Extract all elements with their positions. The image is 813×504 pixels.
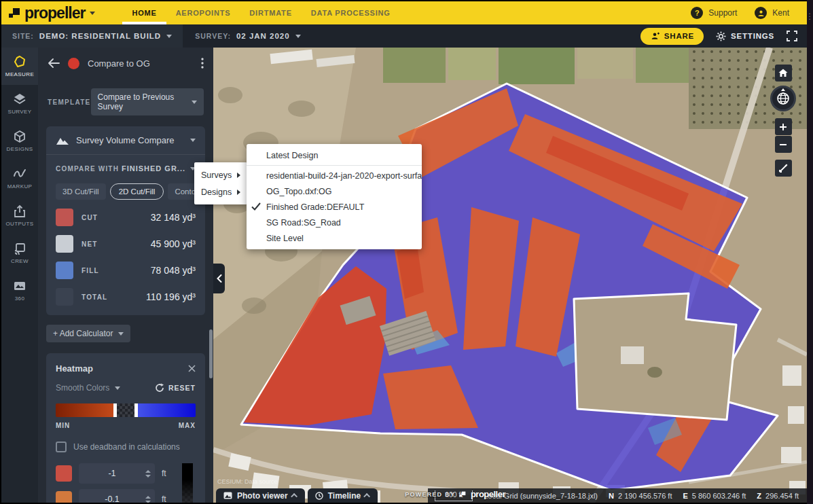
reset-button[interactable]: RESET: [155, 383, 196, 393]
threshold-input[interactable]: [79, 469, 145, 478]
sidebar-item-survey[interactable]: SURVEY: [1, 85, 38, 122]
heatmap-mode-caret-icon: [115, 386, 120, 390]
submenu-item-finished-grade[interactable]: Finished Grade:DEFAULT: [247, 199, 422, 215]
panel-scrollbar[interactable]: [209, 329, 213, 378]
sidebar-item-outputs[interactable]: OUTPUTS: [1, 197, 38, 234]
measurement-color-dot[interactable]: [68, 58, 79, 69]
app-window: propeller HOME AEROPOINTS DIRTMATE DATA …: [0, 0, 813, 504]
survey-selector[interactable]: SURVEY: 02 JAN 2020: [183, 24, 313, 48]
opacity-slider[interactable]: [182, 463, 193, 503]
menu-item-surveys[interactable]: Surveys: [194, 166, 247, 183]
survey-caret-icon: [295, 35, 301, 38]
heatmap-title: Heatmap: [56, 363, 93, 374]
check-icon: [251, 202, 261, 211]
globe-icon: [776, 91, 791, 106]
heatmap-card: Heatmap Smooth Colors RESET: [46, 353, 205, 503]
map-canvas[interactable]: CESIUM: Data source Photo viewer Timelin…: [213, 48, 807, 503]
submenu-item-og-topo[interactable]: OG_Topo.dxf:OG: [247, 183, 422, 199]
gradient-deadband: [117, 403, 134, 417]
nav-home[interactable]: HOME: [122, 1, 166, 24]
total-row: TOTAL 110 196 yd³: [56, 288, 196, 306]
photo-icon: [223, 492, 232, 499]
nav-data-processing[interactable]: DATA PROCESSING: [302, 1, 400, 24]
minus-icon: [779, 141, 787, 149]
heatmap-gradient-bar[interactable]: [56, 403, 196, 417]
sidebar-item-designs[interactable]: DESIGNS: [1, 122, 38, 160]
elevation-coordinate: Z296.454 ft: [757, 492, 799, 500]
threshold-input[interactable]: [79, 494, 145, 503]
photo-viewer-tab[interactable]: Photo viewer: [216, 488, 305, 503]
timeline-tab[interactable]: Timeline: [308, 488, 378, 503]
submenu-item-residential-export[interactable]: residential-build-24-jan-2020-export-sur…: [247, 168, 422, 183]
section-caret-icon: [190, 139, 196, 142]
stepper-arrows[interactable]: [145, 496, 151, 503]
user-menu[interactable]: Kent: [755, 7, 789, 19]
logo-text: propeller: [24, 4, 85, 22]
panel-collapse-button[interactable]: [213, 264, 225, 293]
total-swatch: [56, 288, 73, 306]
support-link[interactable]: ? Support: [691, 7, 737, 19]
window-scrollbar[interactable]: •••: [807, 0, 813, 504]
settings-button[interactable]: SETTINGS: [716, 31, 774, 41]
chevron-left-icon: [217, 274, 222, 283]
settings-label: SETTINGS: [731, 32, 774, 40]
sidebar-item-markup[interactable]: MARKUP: [1, 160, 38, 197]
zoom-in-button[interactable]: [775, 118, 792, 135]
kebab-menu-icon[interactable]: [201, 58, 204, 69]
add-calculator-button[interactable]: + Add Calculator: [46, 325, 130, 342]
map-controls: [770, 65, 796, 177]
nav-dirtmate[interactable]: DIRTMATE: [240, 1, 301, 24]
slope-measure-icon: [778, 164, 788, 173]
close-icon[interactable]: [188, 365, 196, 372]
tool-sidebar: MEASURE SURVEY DESIGNS MARKUP OUTPUTS CR…: [1, 48, 38, 503]
compare-with-dropdown[interactable]: FINISHED GR...: [122, 164, 196, 173]
globe-compass-button[interactable]: [770, 86, 796, 111]
sidebar-item-measure[interactable]: MEASURE: [1, 48, 38, 85]
measure-panel: Compare to OG TEMPLATE Compare to Previo…: [38, 48, 213, 503]
template-caret-icon: [192, 101, 197, 104]
zoom-out-button[interactable]: [775, 136, 792, 153]
volume-compare-header[interactable]: Survey Volume Compare: [46, 126, 205, 155]
site-survey-bar: SITE: DEMO: RESIDENTIAL BUILD SURVEY: 02…: [1, 24, 807, 48]
back-arrow-icon[interactable]: [48, 58, 60, 68]
net-swatch: [56, 235, 73, 253]
northing-coordinate: N2 190 456.576 ft: [609, 492, 672, 500]
heatmap-mode-dropdown[interactable]: Smooth Colors: [56, 383, 120, 393]
fill-swatch: [56, 262, 73, 279]
site-selector[interactable]: SITE: DEMO: RESIDENTIAL BUILD: [1, 24, 183, 48]
menu-item-designs[interactable]: Designs: [194, 183, 247, 200]
help-icon: ?: [691, 7, 703, 19]
propeller-logo-icon: [8, 6, 22, 20]
compass-north-icon: [781, 88, 785, 91]
support-label: Support: [708, 8, 737, 18]
tab-2d-cutfill[interactable]: 2D Cut/Fill: [110, 183, 164, 200]
submenu-arrow-icon: [237, 173, 240, 178]
gear-icon: [716, 31, 726, 41]
stepper-arrows[interactable]: [145, 470, 151, 478]
site-caret-icon: [166, 35, 172, 38]
home-view-button[interactable]: [775, 65, 792, 82]
tab-3d-cutfill[interactable]: 3D Cut/Fill: [56, 183, 106, 200]
cut-swatch: [56, 209, 73, 226]
sidebar-item-crew[interactable]: CREW: [1, 234, 38, 272]
clock-icon: [315, 492, 323, 500]
propeller-logo[interactable]: propeller: [1, 1, 95, 24]
submenu-item-sg-road[interactable]: SG Road:SG_Road: [247, 215, 422, 230]
compare-source-menu: Surveys Designs: [194, 162, 247, 204]
share-button[interactable]: SHARE: [640, 28, 704, 45]
sidebar-item-360[interactable]: 360: [1, 272, 38, 309]
nav-aeropoints[interactable]: AEROPOINTS: [166, 1, 240, 24]
heatmap-gradient-fill: [138, 403, 196, 417]
template-dropdown[interactable]: Compare to Previous Survey: [91, 88, 204, 115]
chevron-up-icon: [363, 493, 370, 500]
submenu-item-site-level[interactable]: Site Level: [247, 230, 422, 246]
max-label: MAX: [179, 422, 196, 429]
min-label: MIN: [56, 422, 70, 429]
deadband-checkbox[interactable]: [56, 442, 67, 452]
measure-tool-button[interactable]: [775, 160, 792, 177]
fullscreen-icon[interactable]: [787, 31, 797, 41]
volume-compare-card: Survey Volume Compare COMPARE WITH FINIS…: [46, 126, 205, 315]
avatar-icon: [755, 7, 767, 19]
submenu-item-latest-design[interactable]: Latest Design: [247, 147, 422, 163]
powered-by: POWERED BY propeller: [405, 489, 505, 499]
